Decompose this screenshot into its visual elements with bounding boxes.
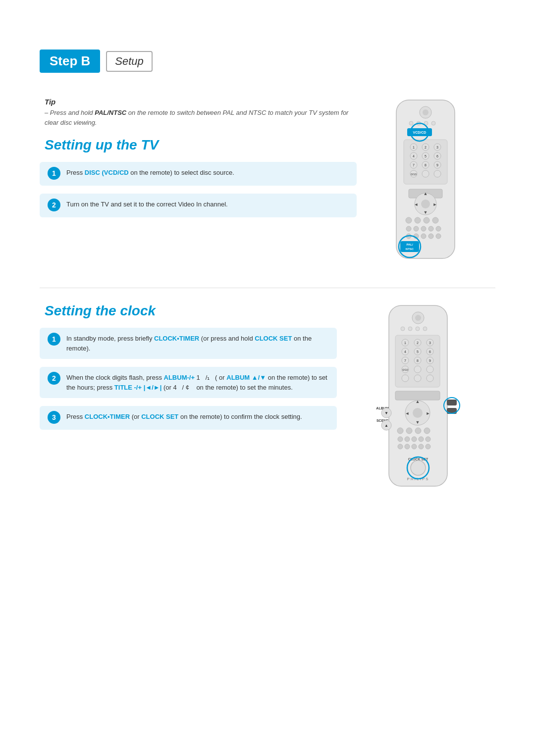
tip-box: Tip – Press and hold PAL/NTSC on the rem… bbox=[45, 98, 357, 127]
svg-point-60 bbox=[415, 315, 421, 321]
svg-text:0/10: 0/10 bbox=[411, 173, 417, 176]
svg-point-63 bbox=[416, 327, 420, 331]
svg-text:3: 3 bbox=[436, 146, 438, 149]
svg-text:◄: ◄ bbox=[414, 202, 419, 207]
clock-step-1: 1 In standby mode, press briefly CLOCK•T… bbox=[40, 328, 337, 359]
svg-point-119 bbox=[426, 444, 430, 449]
svg-point-121 bbox=[411, 460, 426, 475]
svg-text:1: 1 bbox=[404, 341, 406, 345]
svg-point-6 bbox=[431, 121, 435, 125]
svg-point-30 bbox=[422, 170, 429, 177]
svg-text:PAL/: PAL/ bbox=[406, 243, 413, 246]
step-header: Step B Setup bbox=[40, 50, 495, 73]
svg-point-40 bbox=[415, 217, 421, 223]
svg-text:8: 8 bbox=[425, 163, 427, 167]
svg-point-111 bbox=[405, 437, 410, 442]
svg-text:2: 2 bbox=[417, 341, 419, 345]
setting-clock-title: Setting the clock bbox=[45, 303, 337, 319]
svg-point-34 bbox=[421, 200, 430, 208]
svg-text:4: 4 bbox=[413, 154, 415, 158]
svg-text:5: 5 bbox=[425, 154, 427, 158]
svg-rect-104 bbox=[447, 400, 457, 405]
clock-step-3-circle: 3 bbox=[48, 411, 60, 424]
svg-text:9: 9 bbox=[429, 359, 431, 362]
clock-timer-highlight-2: CLOCK•TIMER bbox=[85, 413, 130, 420]
setting-up-tv-title: Setting up the TV bbox=[45, 137, 357, 153]
svg-point-62 bbox=[408, 327, 412, 331]
svg-point-42 bbox=[432, 217, 438, 223]
svg-text:►: ► bbox=[426, 411, 430, 416]
clock-step-1-text: In standby mode, press briefly CLOCK•TIM… bbox=[66, 334, 329, 353]
step-1-text: Press DISC (VCD/CD on the remote) to sel… bbox=[66, 168, 349, 178]
remote-clock-setup: 1 2 3 4 5 6 7 8 9 bbox=[347, 303, 495, 498]
svg-text:VCD/CD: VCD/CD bbox=[413, 131, 427, 134]
svg-point-108 bbox=[415, 428, 421, 434]
svg-point-93 bbox=[413, 408, 423, 418]
svg-point-112 bbox=[412, 437, 417, 442]
svg-text:0/10: 0/10 bbox=[402, 368, 408, 371]
disc-highlight: DISC (VCD/CD bbox=[85, 169, 129, 176]
svg-text:NTSC: NTSC bbox=[406, 248, 414, 251]
svg-point-52 bbox=[436, 234, 441, 239]
svg-point-88 bbox=[402, 375, 409, 382]
svg-point-86 bbox=[414, 366, 421, 373]
step-b-label: Step B bbox=[40, 50, 100, 73]
svg-text:▲: ▲ bbox=[384, 423, 388, 428]
svg-point-110 bbox=[398, 437, 403, 442]
svg-point-3 bbox=[409, 121, 413, 125]
clock-step-2-circle: 2 bbox=[48, 372, 60, 385]
clock-step-3-text: Press CLOCK•TIMER (or CLOCK SET on the r… bbox=[66, 412, 329, 422]
setting-up-tv-left: Tip – Press and hold PAL/NTSC on the rem… bbox=[40, 98, 357, 268]
remote-tv-setup: VCD/CD 1 2 3 4 5 6 7 bbox=[357, 98, 495, 268]
svg-point-114 bbox=[426, 437, 430, 442]
svg-text:7: 7 bbox=[404, 359, 406, 362]
step-1-circle: 1 bbox=[48, 167, 60, 180]
svg-text:▼: ▼ bbox=[416, 420, 420, 425]
svg-point-116 bbox=[405, 444, 410, 449]
svg-point-39 bbox=[406, 217, 412, 223]
album-highlight-1: ALBUM-/+ bbox=[164, 374, 195, 381]
clock-set-highlight-1: CLOCK SET bbox=[255, 335, 292, 342]
svg-text:◄: ◄ bbox=[405, 411, 410, 416]
remote-svg-1: VCD/CD 1 2 3 4 5 6 7 bbox=[381, 98, 471, 266]
setup-label: Setup bbox=[106, 51, 153, 72]
svg-point-50 bbox=[421, 234, 426, 239]
svg-point-117 bbox=[412, 444, 417, 449]
step-2-text: Turn on the TV and set it to the correct… bbox=[66, 200, 349, 209]
clock-step-3: 3 Press CLOCK•TIMER (or CLOCK SET on the… bbox=[40, 406, 337, 430]
clock-step-2: 2 When the clock digits flash, press ALB… bbox=[40, 367, 337, 398]
svg-text:1: 1 bbox=[413, 146, 415, 149]
svg-text:►: ► bbox=[433, 202, 437, 207]
svg-text:5: 5 bbox=[417, 350, 419, 353]
page: Step B Setup Tip – Press and hold PAL/NT… bbox=[0, 0, 535, 756]
svg-point-115 bbox=[398, 444, 403, 449]
svg-point-107 bbox=[406, 428, 412, 434]
remote-container-1: VCD/CD 1 2 3 4 5 6 7 bbox=[381, 98, 471, 268]
svg-point-106 bbox=[397, 428, 403, 434]
remote-container-2: 1 2 3 4 5 6 7 8 9 bbox=[372, 303, 471, 498]
svg-point-89 bbox=[414, 375, 421, 382]
svg-point-47 bbox=[436, 226, 441, 231]
svg-text:▲: ▲ bbox=[416, 399, 420, 404]
svg-point-31 bbox=[434, 170, 441, 177]
svg-point-87 bbox=[427, 366, 433, 373]
svg-point-2 bbox=[423, 109, 428, 115]
svg-text:9: 9 bbox=[436, 163, 438, 167]
setting-clock-section: Setting the clock 1 In standby mode, pre… bbox=[40, 303, 495, 498]
title-highlight: TITLE -/+ |◄/►| bbox=[114, 384, 161, 391]
svg-point-45 bbox=[421, 226, 426, 231]
svg-point-113 bbox=[419, 437, 424, 442]
svg-point-109 bbox=[424, 428, 430, 434]
svg-point-61 bbox=[401, 327, 405, 331]
album-updown-highlight: ALBUM ▲/▼ bbox=[226, 374, 266, 381]
clock-set-highlight-2: CLOCK SET bbox=[141, 413, 178, 420]
setup-step-2: 2 Turn on the TV and set it to the corre… bbox=[40, 194, 357, 217]
svg-point-118 bbox=[419, 444, 424, 449]
svg-text:▲: ▲ bbox=[424, 191, 428, 196]
remote-svg-2: 1 2 3 4 5 6 7 8 9 bbox=[372, 303, 471, 496]
svg-text:▼: ▼ bbox=[384, 411, 388, 415]
svg-point-46 bbox=[428, 226, 433, 231]
svg-point-44 bbox=[414, 226, 419, 231]
svg-text:8: 8 bbox=[417, 359, 419, 362]
tip-text: – Press and hold PAL/NTSC on the remote … bbox=[45, 108, 357, 127]
